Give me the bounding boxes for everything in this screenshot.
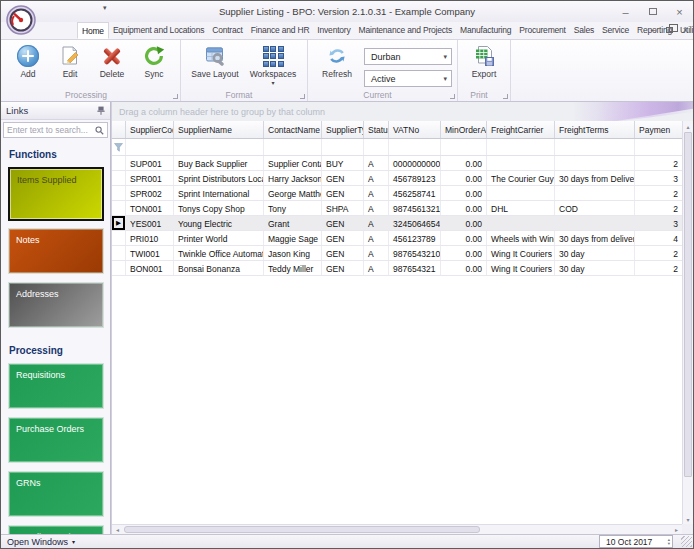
edit-button[interactable]: Edit: [49, 43, 91, 79]
cell-freightcarrier[interactable]: [487, 156, 555, 170]
sidebar-item-items-supplied[interactable]: Items Supplied: [8, 167, 104, 221]
cell-contactname[interactable]: Harry Jackson: [264, 171, 322, 185]
date-field[interactable]: 10 Oct 2017 ▴ ▾: [599, 535, 673, 548]
cell-vatno[interactable]: 3245064654: [389, 216, 441, 230]
cell-suppliertype[interactable]: GEN: [322, 186, 364, 200]
scroll-up-icon[interactable]: ▴: [683, 121, 693, 131]
cell-suppliercode[interactable]: BON001: [126, 261, 174, 275]
cell-status[interactable]: A: [364, 186, 389, 200]
cell-freightcarrier[interactable]: Wing It Couriers: [487, 246, 555, 260]
sidebar-item-purchase-orders[interactable]: Purchase Orders: [8, 417, 104, 463]
cell-contactname[interactable]: George Matthews: [264, 186, 322, 200]
filter-cell-suppliertype[interactable]: [322, 139, 364, 155]
ribbon-tab-finance-and-hr[interactable]: Finance and HR: [247, 22, 314, 39]
ribbon-tab-inventory[interactable]: Inventory: [313, 22, 354, 39]
ribbon-tab-home[interactable]: Home: [77, 22, 109, 39]
search-input[interactable]: [7, 125, 95, 135]
cell-suppliertype[interactable]: GEN: [322, 171, 364, 185]
cell-freightterms[interactable]: 30 day: [555, 246, 635, 260]
column-header-status[interactable]: Status: [364, 121, 389, 138]
dialog-launcher-icon[interactable]: [300, 94, 305, 99]
cell-status[interactable]: A: [364, 231, 389, 245]
cell-suppliercode[interactable]: SPR001: [126, 171, 174, 185]
vertical-scroll-thumb[interactable]: [684, 132, 692, 477]
table-row-sup001[interactable]: SUP001Buy Back SupplierSupplier ContactB…: [112, 156, 693, 171]
cell-freightterms[interactable]: [555, 186, 635, 200]
sidebar-item-supplier-invoices[interactable]: Supplier Invoices: [8, 525, 104, 534]
cell-freightcarrier[interactable]: Wheels with Wings: [487, 231, 555, 245]
sidebar-item-grns[interactable]: GRNs: [8, 471, 104, 517]
sidebar-item-addresses[interactable]: Addresses: [8, 282, 104, 328]
scroll-down-icon[interactable]: ▾: [683, 514, 693, 524]
cell-contactname[interactable]: Grant: [264, 216, 322, 230]
cell-status[interactable]: A: [364, 246, 389, 260]
filter-cell-freightcarrier[interactable]: [487, 139, 555, 155]
cell-contactname[interactable]: Tony: [264, 201, 322, 215]
dialog-launcher-icon[interactable]: [503, 94, 508, 99]
column-header-freightcarrier[interactable]: FreightCarrier: [487, 121, 555, 138]
cell-minorderamt[interactable]: 0.00: [441, 231, 487, 245]
cell-suppliername[interactable]: Bonsai Bonanza: [174, 261, 264, 275]
maximize-button[interactable]: [639, 3, 666, 21]
cell-minorderamt[interactable]: 0.00: [441, 261, 487, 275]
ribbon-tab-contract[interactable]: Contract: [208, 22, 247, 39]
filter-cell-freightterms[interactable]: [555, 139, 635, 155]
column-header-suppliertype[interactable]: SupplierType: [322, 121, 364, 138]
column-header-vatno[interactable]: VATNo: [389, 121, 441, 138]
cell-vatno[interactable]: 987654321: [389, 261, 441, 275]
dialog-launcher-icon[interactable]: [173, 94, 178, 99]
group-by-panel[interactable]: Drag a column header here to group by th…: [112, 102, 693, 121]
cell-suppliertype[interactable]: GEN: [322, 261, 364, 275]
refresh-button[interactable]: Refresh: [313, 43, 361, 79]
minimize-button[interactable]: –: [612, 3, 639, 21]
table-row-pri010[interactable]: PRI010Printer WorldMaggie SageGENA456123…: [112, 231, 693, 246]
close-button[interactable]: ×: [666, 3, 693, 21]
sidebar-search[interactable]: [3, 122, 108, 138]
column-header-minorderamt[interactable]: MinOrderAmt: [441, 121, 487, 138]
table-row-spr002[interactable]: SPR002Sprint InternationalGeorge Matthew…: [112, 186, 693, 201]
date-spinner[interactable]: ▴ ▾: [668, 538, 670, 546]
cell-suppliername[interactable]: Sprint Distributors Local: [174, 171, 264, 185]
cell-vatno[interactable]: 456258741: [389, 186, 441, 200]
table-row-yes001[interactable]: ▶YES001Young ElectricGrantGENA3245064654…: [112, 216, 693, 231]
status-dropdown[interactable]: Active ▾: [364, 70, 452, 87]
cell-suppliercode[interactable]: YES001: [126, 216, 174, 230]
cell-suppliercode[interactable]: TWI001: [126, 246, 174, 260]
table-row-spr001[interactable]: SPR001Sprint Distributors LocalHarry Jac…: [112, 171, 693, 186]
cell-freightterms[interactable]: 30 days from Delivery: [555, 171, 635, 185]
sidebar-item-requisitions[interactable]: Requisitions: [8, 363, 104, 409]
cell-contactname[interactable]: Jason King: [264, 246, 322, 260]
cell-suppliertype[interactable]: BUY: [322, 156, 364, 170]
cell-suppliertype[interactable]: GEN: [322, 246, 364, 260]
ribbon-restore-icon[interactable]: [666, 27, 673, 33]
cell-suppliercode[interactable]: SUP001: [126, 156, 174, 170]
cell-suppliername[interactable]: Young Electric: [174, 216, 264, 230]
ribbon-tab-manufacturing[interactable]: Manufacturing: [456, 22, 515, 39]
cell-minorderamt[interactable]: 0.00: [441, 201, 487, 215]
filter-cell-suppliercode[interactable]: [126, 139, 174, 155]
cell-contactname[interactable]: Supplier Contact: [264, 156, 322, 170]
cell-suppliercode[interactable]: PRI010: [126, 231, 174, 245]
scroll-right-icon[interactable]: ▸: [671, 525, 682, 534]
cell-suppliername[interactable]: Tonys Copy Shop: [174, 201, 264, 215]
column-header-contactname[interactable]: ContactName: [264, 121, 322, 138]
table-row-twi001[interactable]: TWI001Twinkle Office Automation ...Jason…: [112, 246, 693, 261]
column-header-suppliername[interactable]: SupplierName: [174, 121, 264, 138]
pin-icon[interactable]: [97, 106, 105, 115]
cell-freightcarrier[interactable]: DHL: [487, 201, 555, 215]
horizontal-scroll-thumb[interactable]: [124, 526, 480, 533]
cell-freightterms[interactable]: [555, 216, 635, 230]
spinner-down-icon[interactable]: ▾: [668, 542, 670, 546]
cell-status[interactable]: A: [364, 201, 389, 215]
dialog-launcher-icon[interactable]: [450, 94, 455, 99]
cell-suppliername[interactable]: Buy Back Supplier: [174, 156, 264, 170]
cell-suppliertype[interactable]: GEN: [322, 216, 364, 230]
filter-cell-vatno[interactable]: [389, 139, 441, 155]
cell-minorderamt[interactable]: 0.00: [441, 186, 487, 200]
open-windows-button[interactable]: Open Windows ▾: [1, 537, 75, 547]
cell-status[interactable]: A: [364, 171, 389, 185]
ribbon-close-icon[interactable]: ×: [683, 25, 688, 35]
horizontal-scrollbar[interactable]: ◂ ▸: [112, 524, 682, 534]
filter-cell-status[interactable]: [364, 139, 389, 155]
cell-vatno[interactable]: 9874561321: [389, 201, 441, 215]
